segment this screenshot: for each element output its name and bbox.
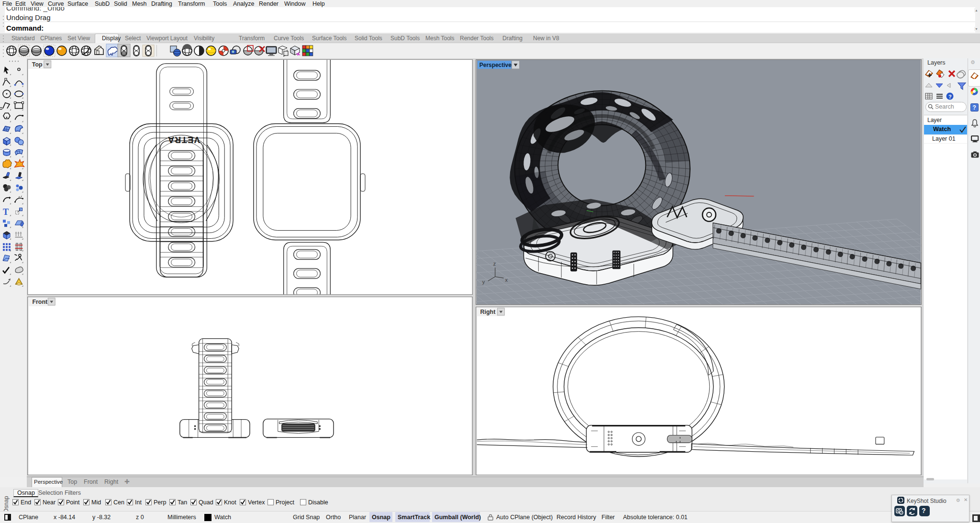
svg-text:T: T	[3, 207, 9, 217]
svg-text:VETRA: VETRA	[167, 135, 200, 145]
svg-text:Perspective: Perspective	[479, 62, 512, 68]
svg-text:y: y	[482, 279, 485, 285]
svg-text:?: ?	[948, 94, 952, 100]
svg-text:Right: Right	[480, 309, 496, 315]
svg-text:?: ?	[973, 104, 976, 111]
svg-text:z: z	[493, 261, 496, 267]
svg-text:Front: Front	[32, 299, 47, 305]
svg-text:Top: Top	[32, 61, 43, 68]
svg-text:x: x	[505, 277, 508, 283]
